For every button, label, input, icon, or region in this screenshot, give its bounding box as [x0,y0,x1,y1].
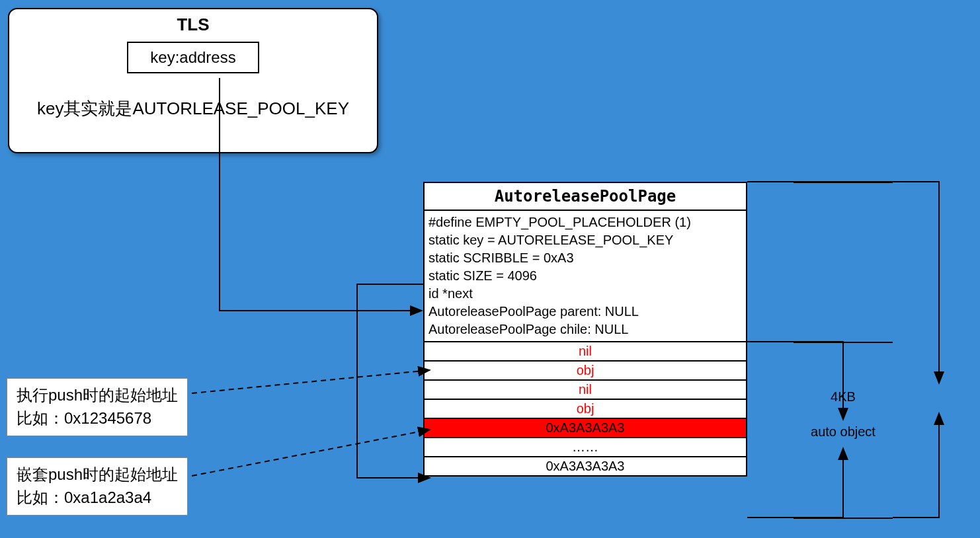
pool-row-obj-1: obj [425,362,746,381]
pool-meta-line: static SIZE = 4096 [429,267,742,285]
size-bar-top [794,182,893,183]
tls-box: TLS key:address key其实就是AUTORLEASE_POOL_K… [8,8,378,153]
label-line: 执行push时的起始地址 [17,384,178,407]
pool-row-obj-2: obj [425,400,746,419]
bracket-auto-object-down [747,342,843,420]
pool-meta-line: #define EMPTY_POOL_PLACEHOLDER (1) [429,213,742,231]
pool-meta-line: id *next [429,285,742,303]
pool-row-scribble-last: 0xA3A3A3A3 [425,457,746,475]
tls-key-address-box: key:address [127,42,259,73]
nested-push-address-label: 嵌套push时的起始地址 比如：0xa1a2a3a4 [7,457,188,516]
bracket-auto-object-up [747,448,843,518]
tls-key-note: key其实就是AUTORLEASE_POOL_KEY [9,97,377,120]
size-bar-bottom [794,518,893,519]
pool-title: AutoreleasePoolPage [425,183,746,211]
size-bar-mid [794,342,893,343]
bracket-4kb-up [893,413,939,518]
bracket-4kb-down [747,182,939,383]
arrow-next-to-scribble [357,284,430,478]
size-label-total: 4KB [794,389,893,404]
pool-row-nil-2: nil [425,381,746,400]
size-label-auto-object: auto object [794,424,893,440]
pool-meta-line: static SCRIBBLE = 0xA3 [429,249,742,267]
dashed-arrow-nested-push [192,430,430,476]
pool-meta-line: AutoreleasePoolPage parent: NULL [429,303,742,321]
pool-meta-line: static key = AUTORELEASE_POOL_KEY [429,231,742,249]
pool-row-nil-1: nil [425,342,746,362]
pool-row-ellipsis: …… [425,438,746,457]
push-start-address-label: 执行push时的起始地址 比如：0x12345678 [7,378,188,436]
pool-metadata: #define EMPTY_POOL_PLACEHOLDER (1) stati… [425,211,746,342]
label-line: 比如：0xa1a2a3a4 [17,486,178,510]
autorelease-pool-page-box: AutoreleasePoolPage #define EMPTY_POOL_P… [423,182,747,477]
dashed-arrow-push-start [192,370,430,393]
pool-meta-line: AutoreleasePoolPage chile: NULL [429,321,742,338]
label-line: 比如：0x12345678 [17,407,178,430]
tls-title: TLS [9,15,377,35]
pool-row-scribble-highlight: 0xA3A3A3A3 [425,419,746,438]
label-line: 嵌套push时的起始地址 [17,463,178,486]
